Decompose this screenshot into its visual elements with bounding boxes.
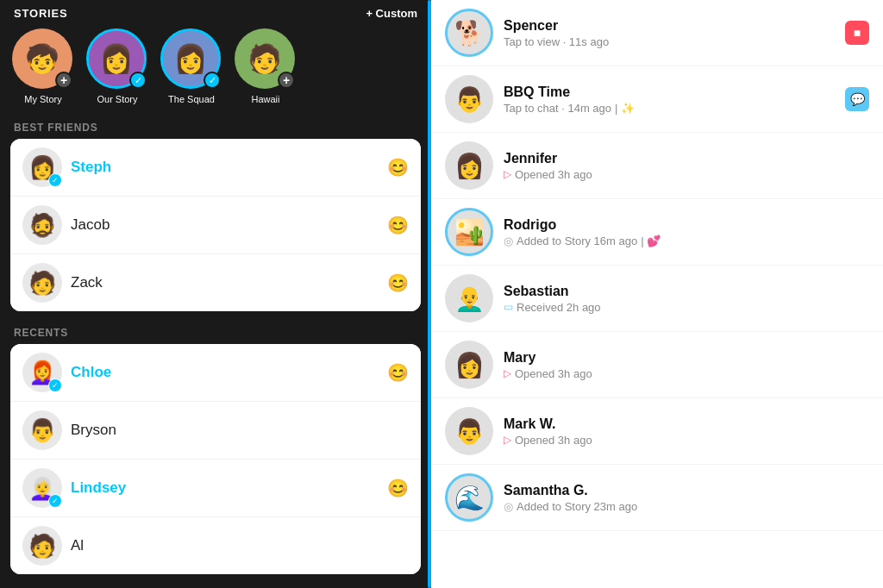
chat-item[interactable]: 👩Mary▷Opened 3h ago	[431, 332, 883, 398]
panel-divider	[428, 0, 431, 588]
custom-button[interactable]: + Custom	[366, 7, 417, 20]
chat-sub-text: Received 2h ago	[517, 301, 601, 314]
story-item-hawaii[interactable]: 🧑+Hawaii	[231, 28, 300, 104]
chat-sub: ◎Added to Story 23m ago	[504, 500, 869, 513]
chat-sub-text: Opened 3h ago	[515, 434, 592, 447]
chat-name: BBQ Time	[504, 84, 845, 100]
recents-label: RECENTS	[0, 318, 431, 344]
chat-sub: ▷Opened 3h ago	[504, 434, 869, 447]
contact-badge: 😊	[387, 215, 409, 235]
chat-item[interactable]: 🐕SpencerTap to view · 11s ago■	[431, 0, 883, 66]
chat-badge-blue: 💬	[845, 87, 869, 111]
contact-badge: 😊	[387, 272, 409, 293]
contact-avatar: 👩✓	[22, 147, 62, 187]
chat-avatar: 👩	[445, 341, 493, 389]
chat-sub-text: Opened 3h ago	[515, 367, 592, 380]
contact-check-icon: ✓	[48, 494, 62, 508]
chat-item[interactable]: 🏜️Rodrigo◎Added to Story 16m ago | 💕	[431, 199, 883, 266]
stories-row: 🧒+My Story👩✓Our Story👩✓The Squad🧑+Hawaii	[0, 23, 431, 113]
chat-info: Jennifer▷Opened 3h ago	[504, 151, 869, 181]
contact-item[interactable]: 🧑Al	[10, 517, 421, 574]
contact-item[interactable]: 👨Bryson	[10, 402, 421, 460]
chat-name: Spencer	[504, 18, 845, 34]
contact-name: Jacob	[71, 216, 387, 234]
story-label: The Squad	[160, 94, 222, 104]
chat-avatar: 🐕	[445, 9, 493, 57]
chat-sub: ▭Received 2h ago	[504, 301, 869, 314]
chat-sub-text: Added to Story 16m ago	[517, 235, 637, 247]
chat-sub: Tap to chat · 14m ago | ✨	[504, 102, 845, 115]
contact-avatar: 🧑	[22, 526, 62, 566]
chat-sub-extra: | 💕	[641, 235, 661, 247]
chat-name: Jennifer	[504, 151, 869, 166]
chat-name: Sebastian	[504, 284, 869, 299]
chat-item[interactable]: 👨Mark W.▷Opened 3h ago	[431, 398, 883, 465]
chat-name: Mary	[504, 350, 869, 366]
chat-sub-text: Tap to chat · 14m ago	[504, 102, 611, 115]
contact-name: Lindsey	[71, 479, 387, 497]
story-icon: ◎	[504, 235, 513, 247]
chat-item[interactable]: 🌊Samantha G.◎Added to Story 23m ago	[431, 465, 883, 531]
snap-badge-red: ■	[845, 21, 869, 45]
chat-item[interactable]: 👨‍🦲Sebastian▭Received 2h ago	[431, 266, 883, 332]
chat-name: Mark W.	[504, 416, 869, 432]
chat-sub-text: Added to Story 23m ago	[517, 500, 637, 513]
chat-info: Mark W.▷Opened 3h ago	[504, 416, 869, 447]
contact-name: Bryson	[71, 422, 409, 439]
chat-sub: Tap to view · 11s ago	[504, 35, 845, 48]
arrow-icon: ▷	[504, 168, 511, 180]
contact-avatar: 🧑	[22, 263, 62, 303]
chat-avatar: 👨	[445, 407, 493, 455]
story-check-icon: ✓	[204, 72, 221, 89]
chat-avatar: 👩	[445, 141, 493, 190]
chat-item[interactable]: 👩Jennifer▷Opened 3h ago	[431, 133, 883, 199]
chat-info: Mary▷Opened 3h ago	[504, 350, 869, 380]
stories-header: STORIES + Custom	[0, 0, 431, 23]
story-add-icon[interactable]: +	[55, 72, 72, 89]
chat-info: Samantha G.◎Added to Story 23m ago	[504, 483, 869, 513]
contact-item[interactable]: 🧑Zack😊	[10, 254, 421, 311]
chat-info: SpencerTap to view · 11s ago	[504, 18, 845, 48]
story-icon: ◎	[504, 500, 513, 513]
story-check-icon: ✓	[129, 72, 147, 89]
story-label: Our Story	[86, 94, 148, 104]
best-friends-list: 👩✓Steph😊🧔Jacob😊🧑Zack😊	[10, 139, 421, 311]
chat-name: Samantha G.	[504, 483, 869, 498]
contact-badge: 😊	[387, 478, 409, 498]
contact-item[interactable]: 👩‍🦰✓Chloe😊	[10, 344, 421, 402]
story-item-squad[interactable]: 👩✓The Squad	[157, 28, 226, 104]
chat-sub-text: Tap to view · 11s ago	[504, 35, 609, 48]
chat-info: Sebastian▭Received 2h ago	[504, 284, 869, 314]
contact-name: Zack	[71, 274, 387, 291]
chat-sub-extra: | ✨	[615, 102, 635, 115]
contact-avatar: 👩‍🦰✓	[22, 353, 62, 392]
chat-avatar: 🏜️	[445, 208, 493, 256]
contact-name: Steph	[71, 159, 387, 176]
chat-info: BBQ TimeTap to chat · 14m ago | ✨	[504, 84, 845, 115]
right-panel: 🐕SpencerTap to view · 11s ago■👨BBQ TimeT…	[431, 0, 883, 588]
contact-item[interactable]: 🧔Jacob😊	[10, 197, 421, 254]
contact-name: Chloe	[71, 364, 387, 381]
contact-item[interactable]: 👩✓Steph😊	[10, 139, 421, 197]
contact-check-icon: ✓	[48, 378, 62, 392]
chat-sub: ▷Opened 3h ago	[504, 367, 869, 380]
story-item-my-story[interactable]: 🧒+My Story	[9, 28, 78, 104]
story-label: Hawaii	[235, 94, 297, 104]
story-add-icon[interactable]: +	[278, 72, 295, 89]
chat-avatar: 👨‍🦲	[445, 274, 493, 322]
chat-avatar: 🌊	[445, 473, 493, 522]
received-icon: ▭	[504, 301, 513, 313]
contact-badge: 😊	[387, 157, 409, 178]
contact-avatar: 👩‍🦳✓	[22, 468, 62, 508]
chat-sub-text: Opened 3h ago	[515, 168, 592, 181]
chat-avatar: 👨	[445, 75, 493, 123]
left-panel: STORIES + Custom 🧒+My Story👩✓Our Story👩✓…	[0, 0, 431, 588]
story-item-our-story[interactable]: 👩✓Our Story	[83, 28, 152, 104]
recents-list: 👩‍🦰✓Chloe😊👨Bryson👩‍🦳✓Lindsey😊🧑Al	[10, 344, 421, 574]
contact-avatar: 🧔	[22, 205, 62, 245]
chat-item[interactable]: 👨BBQ TimeTap to chat · 14m ago | ✨💬	[431, 66, 883, 133]
contact-name: Al	[71, 537, 409, 554]
contact-item[interactable]: 👩‍🦳✓Lindsey😊	[10, 460, 421, 517]
best-friends-label: BEST FRIENDS	[0, 113, 431, 139]
contact-badge: 😊	[387, 362, 409, 383]
